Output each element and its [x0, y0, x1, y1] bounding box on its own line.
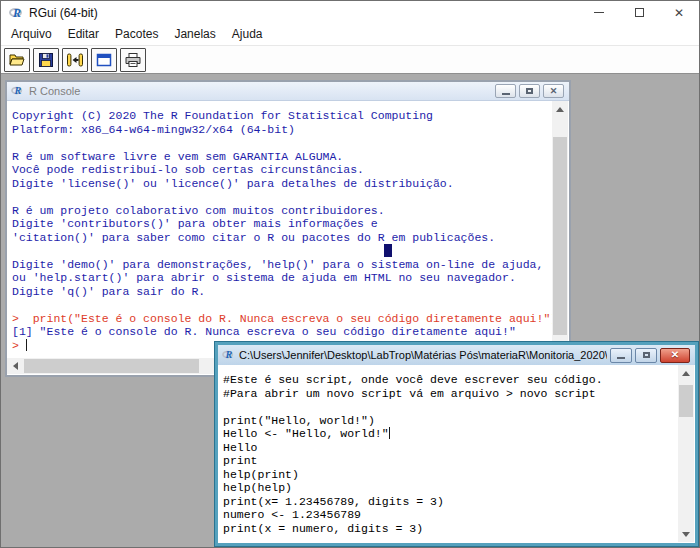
script-minimize-button[interactable] [610, 348, 632, 363]
scroll-down-arrow[interactable] [678, 526, 694, 542]
minimize-button[interactable] [579, 1, 619, 24]
script-line: print(x= 1.23456789, digits = 3) [223, 495, 690, 509]
console-titlebar[interactable]: R R Console ✕ [7, 82, 569, 101]
console-line: Copyright (C) 2020 The R Foundation for … [12, 109, 564, 123]
maximize-button[interactable] [619, 1, 659, 24]
save-icon [38, 52, 54, 68]
open-script-button[interactable] [4, 48, 30, 72]
console-line: Digite 'demo()' para demonstrações, 'hel… [12, 258, 564, 272]
scroll-left-arrow[interactable] [7, 358, 23, 374]
script-text[interactable]: #Este é seu script, onde você deve escre… [218, 365, 695, 543]
script-line: Hello [223, 441, 690, 455]
rgui-window: R RGui (64-bit) ✕ Arquivo Editar Pacotes… [0, 0, 700, 548]
console-text[interactable]: Copyright (C) 2020 The R Foundation for … [7, 101, 569, 375]
restore-icon [643, 352, 650, 358]
script-vertical-scrollbar[interactable] [678, 365, 694, 542]
menu-arquivo[interactable]: Arquivo [3, 24, 60, 45]
console-line [12, 136, 564, 150]
script-body: #Este é seu script, onde você deve escre… [218, 365, 695, 543]
window-title: RGui (64-bit) [29, 6, 98, 20]
minimize-icon [617, 357, 625, 359]
console-line [12, 190, 564, 204]
console-line: 'citation()' para saber como citar o R o… [12, 231, 564, 245]
open-script-icon [8, 52, 26, 68]
text-caret [26, 339, 27, 351]
text-caret [389, 427, 390, 439]
script-line: #Para abrir um novo script vá em arquivo… [223, 387, 690, 401]
window-controls: ✕ [579, 1, 699, 24]
console-line: ou 'help.start()' para abrir o sistema d… [12, 271, 564, 285]
scroll-up-arrow[interactable] [678, 365, 694, 381]
console-line: Você pode redistribuí-lo sob certas circ… [12, 163, 564, 177]
maximize-icon [635, 8, 644, 17]
close-icon: ✕ [671, 350, 679, 360]
menu-pacotes[interactable]: Pacotes [107, 24, 166, 45]
arrow-up-icon [556, 107, 564, 112]
console-body: Copyright (C) 2020 The R Foundation for … [7, 101, 569, 375]
console-window: R R Console ✕ Copyright (C) 2020 The R F… [5, 80, 571, 377]
script-line [223, 400, 690, 414]
console-window-icon [96, 53, 112, 67]
run-line-button[interactable] [62, 48, 88, 72]
script-restore-button[interactable] [635, 348, 657, 363]
mdi-area: R R Console ✕ Copyright (C) 2020 The R F… [1, 73, 699, 547]
scroll-up-arrow[interactable] [552, 101, 568, 117]
arrow-up-icon [682, 371, 690, 376]
script-line: help(help) [223, 481, 690, 495]
restore-icon [526, 88, 533, 94]
scroll-thumb[interactable] [553, 137, 567, 335]
r-logo-icon: R [11, 85, 24, 97]
script-line: print(x = numero, digits = 3) [223, 522, 690, 536]
script-close-button[interactable]: ✕ [660, 348, 690, 363]
script-line: Hello <- "Hello, world!" [223, 427, 690, 441]
console-line [12, 244, 564, 258]
console-block-cursor [384, 244, 392, 257]
print-icon [124, 52, 142, 68]
console-vertical-scrollbar[interactable] [552, 101, 568, 358]
save-button[interactable] [33, 48, 59, 72]
console-line: > print("Este é o console do R. Nunca es… [12, 312, 564, 326]
print-button[interactable] [120, 48, 146, 72]
script-title: C:\Users\Jennifer\Desktop\LabTrop\Matéri… [239, 349, 607, 361]
menu-editar[interactable]: Editar [60, 24, 107, 45]
console-restore-button[interactable] [519, 84, 540, 98]
arrow-left-icon [13, 362, 18, 370]
scroll-thumb[interactable] [679, 385, 693, 417]
script-line: print("Hello, world!") [223, 414, 690, 428]
script-editor-window: R C:\Users\Jennifer\Desktop\LabTrop\Maté… [215, 342, 698, 546]
r-logo-icon: R [9, 6, 24, 20]
script-window-controls: ✕ [607, 348, 690, 363]
close-icon: ✕ [674, 7, 684, 19]
close-button[interactable]: ✕ [659, 1, 699, 24]
console-window-button[interactable] [91, 48, 117, 72]
script-line: print [223, 454, 690, 468]
menu-janelas[interactable]: Janelas [166, 24, 223, 45]
script-line: help(print) [223, 468, 690, 482]
console-line: [1] "Este é o console do R. Nunca escrev… [12, 325, 564, 339]
scroll-thumb[interactable] [24, 359, 199, 373]
r-logo-icon: R [222, 349, 235, 361]
minimize-icon [594, 12, 604, 13]
console-title: R Console [29, 85, 80, 97]
script-line: numero <- 1.23456789 [223, 508, 690, 522]
script-titlebar[interactable]: R C:\Users\Jennifer\Desktop\LabTrop\Maté… [218, 345, 695, 365]
console-minimize-button[interactable] [495, 84, 516, 98]
console-line: R é um projeto colaborativo com muitos c… [12, 204, 564, 218]
minimize-icon [502, 93, 510, 95]
console-line: R é um software livre e vem sem GARANTIA… [12, 150, 564, 164]
console-line: Platform: x86_64-w64-mingw32/x64 (64-bit… [12, 123, 564, 137]
console-close-button[interactable]: ✕ [543, 84, 564, 98]
console-line [12, 298, 564, 312]
close-icon: ✕ [550, 87, 558, 96]
console-window-controls: ✕ [492, 84, 564, 98]
script-line: #Este é seu script, onde você deve escre… [223, 373, 690, 387]
console-line: Digite 'q()' para sair do R. [12, 285, 564, 299]
console-line: Digite 'contributors()' para obter mais … [12, 217, 564, 231]
arrow-down-icon [682, 532, 690, 537]
main-titlebar: R RGui (64-bit) ✕ [1, 1, 699, 24]
console-line: Digite 'license()' ou 'licence()' para d… [12, 177, 564, 191]
menu-bar: Arquivo Editar Pacotes Janelas Ajuda [1, 24, 699, 45]
menu-ajuda[interactable]: Ajuda [224, 24, 271, 45]
run-line-icon [66, 52, 84, 68]
toolbar [1, 45, 699, 73]
